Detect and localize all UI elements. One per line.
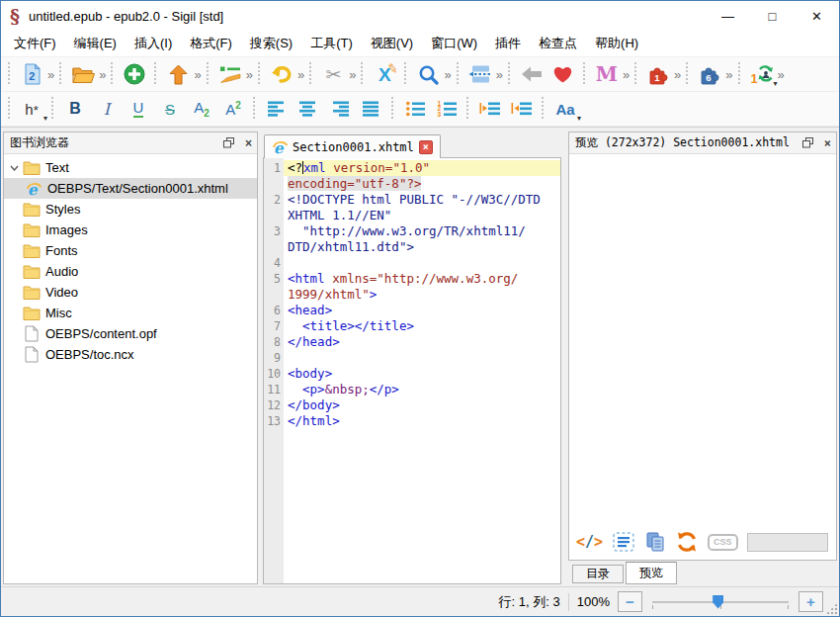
align-left-button[interactable] [261,94,293,124]
tree-item[interactable]: Text [4,157,257,178]
toolbar-overflow-chevron[interactable]: » [623,67,629,82]
menu-item[interactable]: 编辑(E) [65,31,126,56]
menu-item[interactable]: 检查点 [530,31,586,56]
bold-button[interactable]: B [59,94,91,124]
cut-button[interactable]: ✂ [317,59,349,89]
tab-preview[interactable]: 预览 [626,562,677,584]
code-view[interactable]: 1<?xml version="1.0"encoding="utf-8"?>2<… [264,158,560,583]
code-line[interactable]: 13</html> [264,413,560,429]
donate-heart-button[interactable] [547,59,579,89]
code-line[interactable]: 1<?xml version="1.0" [264,160,560,176]
tree-item[interactable]: Misc [4,303,257,323]
close-dock-icon[interactable]: × [824,137,831,149]
tree-item[interactable]: Fonts [4,240,257,261]
menu-item[interactable]: 视图(V) [362,31,422,56]
toolbar-overflow-chevron[interactable]: » [725,67,731,82]
code-line[interactable]: 11 <p>&nbsp;</p> [264,382,560,397]
strikethrough-button[interactable]: S [154,94,186,124]
code-line[interactable]: 10<body> [264,366,560,382]
tab-close-icon[interactable]: × [419,140,433,154]
resize-grip-icon[interactable] [826,603,837,614]
split-section-button[interactable] [464,59,496,89]
inspect-lines-button[interactable] [612,531,635,553]
code-line[interactable]: 5<html xmlns="http://www.w3.org/ [264,271,560,287]
checkpoint-button[interactable]: 1▾ [746,59,778,89]
code-line[interactable]: encoding="utf-8"?> [264,176,560,192]
toolbar-overflow-chevron[interactable]: » [99,67,105,82]
toolbar-overflow-chevron[interactable]: » [496,67,502,82]
new-epub-button[interactable]: 2 [16,59,47,89]
plugin-blue-6-button[interactable]: 6 [694,59,725,89]
tab-section0001[interactable]: e Section0001.xhtml × [264,134,441,158]
code-view-button[interactable]: </> [576,535,603,550]
toolbar-overflow-chevron[interactable]: » [778,67,784,82]
x-pencil-button[interactable]: X✎ [369,59,400,89]
minimize-button[interactable]: — [706,1,750,31]
toolbar-overflow-chevron[interactable]: » [246,67,252,82]
tree-item[interactable]: OEBPS/content.opf [4,323,257,344]
zoom-out-button[interactable]: − [618,591,642,612]
tree-item[interactable]: eOEBPS/Text/Section0001.xhtml [4,178,257,199]
expander-chevron-icon[interactable] [6,165,22,171]
code-line[interactable]: 8</head> [264,334,560,350]
code-line[interactable]: 6<head> [264,303,560,318]
code-line[interactable]: 1999/xhtml"> [264,287,560,303]
numbered-list-button[interactable]: 123 [431,94,462,124]
add-existing-button[interactable] [119,59,150,89]
metadata-m-button[interactable]: M [591,59,623,89]
code-line[interactable]: XHTML 1.1//EN" [264,208,560,223]
maximize-button[interactable]: □ [750,1,795,31]
tree-item[interactable]: OEBPS/toc.ncx [4,344,257,365]
code-line[interactable]: DTD/xhtml11.dtd"> [264,239,560,255]
code-line[interactable]: 7 <title></title> [264,318,560,334]
bullet-list-button[interactable] [399,94,431,124]
menu-item[interactable]: 插件 [486,31,530,56]
indent-button[interactable] [506,94,538,124]
back-button[interactable] [516,59,547,89]
tree-item[interactable]: Images [4,220,257,240]
float-dock-icon[interactable] [223,137,234,148]
toolbar-overflow-chevron[interactable]: » [297,67,303,82]
italic-button[interactable]: I [91,94,123,124]
toolbar-overflow-chevron[interactable]: » [47,67,53,82]
underline-button[interactable]: U [123,94,154,124]
open-file-button[interactable] [67,59,99,89]
dock-splitter-right[interactable] [561,132,568,584]
menu-item[interactable]: 搜索(S) [241,31,301,56]
toolbar-overflow-chevron[interactable]: » [444,67,450,82]
preview-css-field[interactable] [747,533,828,552]
copy-button[interactable] [644,531,666,553]
menu-item[interactable]: 窗口(W) [422,31,486,56]
heading-select-button[interactable]: h*▾ [16,94,47,124]
align-justify-button[interactable] [356,94,387,124]
tree-item[interactable]: Audio [4,261,257,282]
save-button[interactable] [162,59,194,89]
toolbar-overflow-chevron[interactable]: » [674,67,680,82]
zoom-in-button[interactable]: + [798,591,823,612]
tree-item[interactable]: Styles [4,199,257,220]
toolbar-overflow-chevron[interactable]: » [349,67,355,82]
align-center-button[interactable] [293,94,324,124]
plugin-red-1-button[interactable]: 1 [642,59,674,89]
undo-button[interactable] [266,59,297,89]
code-line[interactable]: 9 [264,350,560,366]
close-dock-icon[interactable]: × [245,137,252,149]
refresh-button[interactable] [675,531,699,553]
menu-item[interactable]: 工具(T) [301,31,362,56]
code-line[interactable]: 4 [264,255,560,271]
menu-item[interactable]: 插入(I) [126,31,181,56]
code-line[interactable]: 3 "http://www.w3.org/TR/xhtml11/ [264,223,560,239]
menu-item[interactable]: 格式(F) [181,31,241,56]
subscript-button[interactable]: A2 [186,94,217,124]
close-button[interactable]: ✕ [795,1,839,31]
tab-toc[interactable]: 目录 [572,565,624,583]
find-button[interactable] [412,59,444,89]
edit-pencil-button[interactable] [214,59,246,89]
menu-item[interactable]: 文件(F) [5,31,65,56]
float-dock-icon[interactable] [802,137,813,148]
toolbar-overflow-chevron[interactable]: » [194,67,200,82]
zoom-slider[interactable] [650,592,791,612]
superscript-button[interactable]: A2 [217,94,249,124]
menu-item[interactable]: 帮助(H) [586,31,647,56]
tree-item[interactable]: Video [4,282,257,303]
